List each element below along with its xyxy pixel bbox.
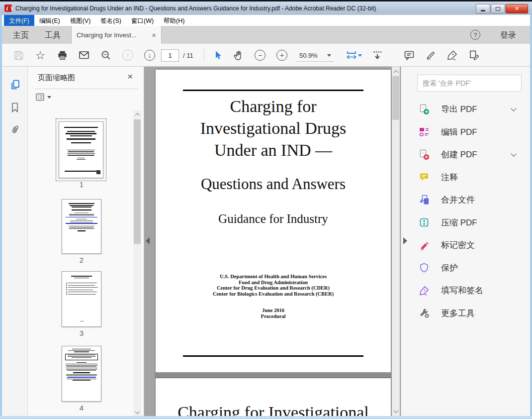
sign-in-button[interactable]: 登录 bbox=[500, 30, 516, 41]
tool-protect[interactable]: 保护 bbox=[401, 257, 531, 280]
favorites-button[interactable]: ☆ bbox=[34, 49, 47, 62]
tool-label: 填写和签名 bbox=[441, 285, 483, 296]
comment-tool-button[interactable] bbox=[403, 49, 416, 62]
highlight-tool-button[interactable] bbox=[425, 49, 438, 62]
tool-combine-files[interactable]: 合并文件 bbox=[401, 189, 531, 211]
menu-bar: 文件(F) 编辑(E) 视图(V) 签名(S) 窗口(W) 帮助(H) bbox=[2, 15, 530, 26]
star-icon: ☆ bbox=[35, 50, 46, 61]
fill-sign-icon bbox=[419, 285, 430, 296]
tool-fill-sign[interactable]: 填写和签名 bbox=[401, 279, 531, 302]
minimize-icon bbox=[481, 10, 485, 11]
tool-export-pdf[interactable]: 导出 PDF bbox=[401, 98, 531, 121]
bookmarks-button[interactable] bbox=[8, 101, 21, 114]
attachments-icon bbox=[7, 122, 23, 138]
zoom-out-button[interactable]: − bbox=[254, 49, 266, 62]
tool-create-pdf[interactable]: 创建 PDF bbox=[401, 143, 531, 166]
tool-label: 压缩 PDF bbox=[441, 217, 477, 228]
document-tab-close-icon[interactable]: × bbox=[152, 31, 156, 39]
thumbnails-scrollbar[interactable] bbox=[133, 110, 141, 416]
chevron-down-icon bbox=[358, 54, 362, 57]
create-pdf-icon bbox=[419, 149, 430, 160]
scrollbar-thumb[interactable] bbox=[134, 119, 141, 244]
page-display-button[interactable] bbox=[371, 49, 384, 62]
panel-close-icon[interactable]: × bbox=[127, 71, 133, 82]
email-button[interactable] bbox=[78, 49, 90, 62]
scroll-up-button[interactable] bbox=[392, 68, 400, 76]
page-display-icon bbox=[371, 49, 383, 61]
fill-sign-tool-button[interactable] bbox=[446, 49, 459, 62]
select-tool-button[interactable] bbox=[211, 49, 224, 62]
page-thumbnail-2[interactable] bbox=[62, 199, 101, 254]
page-thumbnail-4[interactable] bbox=[62, 346, 101, 402]
tab-tools[interactable]: 工具 bbox=[45, 30, 61, 41]
thumbnail-options-button[interactable] bbox=[36, 93, 51, 101]
find-button[interactable] bbox=[99, 49, 112, 62]
menu-file[interactable]: 文件(F) bbox=[4, 15, 34, 26]
menu-window[interactable]: 窗口(W) bbox=[126, 15, 159, 26]
menu-edit[interactable]: 编辑(E) bbox=[34, 15, 65, 26]
menu-help[interactable]: 帮助(H) bbox=[159, 15, 189, 26]
tools-list: 导出 PDF 编辑 PDF 创建 PDF 注释 合并文件 压缩 PDF 标记密文 bbox=[401, 98, 531, 324]
zoom-in-icon: + bbox=[276, 50, 287, 61]
scroll-up-button[interactable] bbox=[133, 110, 141, 118]
triangle-left-icon bbox=[146, 237, 150, 244]
zoom-level-value: 50.9% bbox=[299, 52, 318, 59]
chevron-up-icon bbox=[393, 70, 398, 75]
help-button[interactable]: ? bbox=[470, 30, 480, 40]
document-view[interactable]: Charging for Investigational Drugs Under… bbox=[144, 67, 401, 416]
thumbnail-page-number: 1 bbox=[72, 180, 91, 189]
maximize-button[interactable] bbox=[491, 4, 505, 13]
page-total-label: / 11 bbox=[183, 52, 193, 59]
menu-view[interactable]: 视图(V) bbox=[65, 15, 96, 26]
comment-icon bbox=[419, 172, 430, 183]
scrollbar-thumb[interactable] bbox=[392, 76, 399, 120]
edit-page-icon bbox=[468, 49, 480, 61]
tab-document[interactable]: Charging for Invest... × bbox=[71, 26, 162, 44]
email-icon bbox=[78, 49, 90, 61]
previous-page-button[interactable]: ↑ bbox=[121, 49, 134, 62]
main-toolbar: ☆ ↑ ↓ / 11 − + 50.9% bbox=[2, 44, 530, 67]
window-title: Charging for Investigational Drugs Under… bbox=[15, 5, 376, 12]
document-page-2[interactable]: Charging for Investigational bbox=[156, 378, 391, 416]
fit-width-icon bbox=[346, 49, 357, 61]
page-up-icon: ↑ bbox=[122, 50, 133, 61]
page-thumbnails-button[interactable] bbox=[8, 78, 21, 91]
tool-compress-pdf[interactable]: 压缩 PDF bbox=[401, 211, 531, 234]
tool-label: 导出 PDF bbox=[441, 104, 477, 115]
tool-redact[interactable]: 标记密文 bbox=[401, 234, 531, 257]
save-button[interactable] bbox=[12, 49, 25, 62]
tools-search-input[interactable] bbox=[417, 75, 522, 92]
page-thumbnail-1[interactable] bbox=[59, 121, 103, 178]
document-page-1[interactable]: Charging for Investigational Drugs Under… bbox=[156, 70, 391, 374]
title-bar: Charging for Investigational Drugs Under… bbox=[0, 0, 532, 15]
page-thumbnail-3[interactable] bbox=[62, 271, 101, 327]
page-number-input[interactable] bbox=[161, 49, 179, 62]
zoom-level-dropdown[interactable]: 50.9% bbox=[296, 49, 334, 62]
collapse-left-panel-button[interactable] bbox=[146, 237, 150, 244]
close-button[interactable]: ✕ bbox=[506, 4, 528, 13]
next-page-button[interactable]: ↓ bbox=[143, 49, 156, 62]
fit-width-dropdown[interactable] bbox=[356, 49, 363, 62]
hand-tool-icon bbox=[232, 49, 244, 61]
tool-edit-pdf[interactable]: 编辑 PDF bbox=[401, 121, 531, 144]
edit-page-tool-button[interactable] bbox=[468, 49, 481, 62]
tool-label: 更多工具 bbox=[441, 308, 475, 319]
document-subtitle: Questions and Answers bbox=[156, 175, 391, 193]
zoom-in-button[interactable]: + bbox=[275, 49, 288, 62]
document-scrollbar[interactable] bbox=[392, 67, 400, 416]
chevron-down-icon[interactable] bbox=[511, 105, 516, 111]
print-button[interactable] bbox=[56, 49, 69, 62]
tool-comment[interactable]: 注释 bbox=[401, 166, 531, 189]
chevron-down-icon[interactable] bbox=[511, 151, 516, 156]
tab-home[interactable]: 主页 bbox=[13, 30, 29, 41]
attachments-button[interactable] bbox=[8, 123, 21, 136]
hand-tool-button[interactable] bbox=[232, 49, 245, 62]
scroll-down-button[interactable] bbox=[392, 407, 400, 415]
tool-more-tools[interactable]: 更多工具 bbox=[401, 302, 531, 325]
scroll-down-button[interactable] bbox=[133, 408, 141, 416]
thumbnail-page-number: 3 bbox=[72, 329, 91, 337]
adobe-reader-app-icon bbox=[4, 4, 12, 12]
menu-sign[interactable]: 签名(S) bbox=[95, 15, 126, 26]
thumbnail-page-number: 2 bbox=[72, 256, 91, 264]
minimize-button[interactable] bbox=[476, 4, 490, 13]
